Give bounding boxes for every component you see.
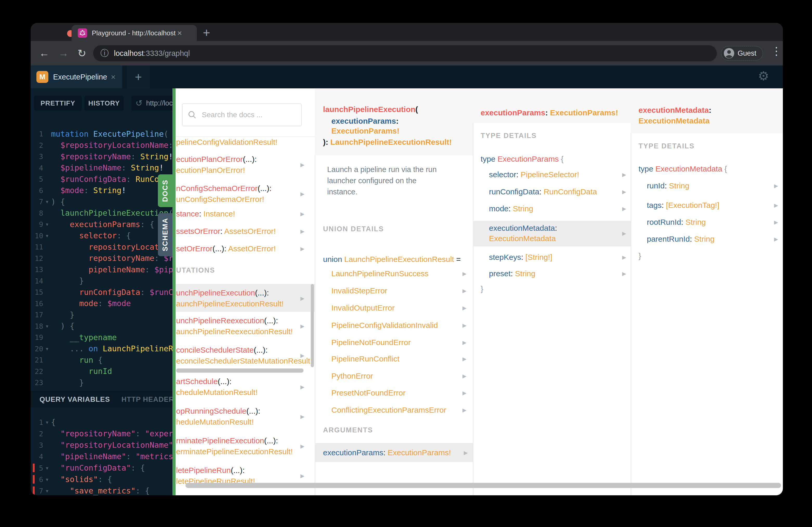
settings-gear-icon[interactable]: ⚙ [758,69,769,83]
docs-field-header[interactable]: ExecutionParams! [331,126,400,136]
url-bar[interactable]: ⓘ localhost:3333/graphql [93,45,717,61]
docs-item[interactable]: ecutionPlanOrError! [176,165,245,176]
docs-item[interactable]: letePipelineRun(...): [176,465,245,476]
query-code-line[interactable]: 22 runId [31,366,172,377]
docs-item-field[interactable]: rootRunId: String [647,217,706,227]
fold-caret-icon[interactable]: ▾ [43,323,51,329]
reload-icon[interactable]: ↻ [77,47,86,59]
docs-item-partial[interactable]: pelineConfigValidationResult! [176,137,277,147]
docs-item[interactable]: ecutionPlanOrError(...): [176,154,257,165]
docs-item[interactable]: opRunningSchedule(...): [176,406,260,416]
docs-column-hscrollbar[interactable] [176,368,304,373]
query-code-line[interactable]: 8 launchPipelineExecution( [31,208,172,219]
docs-item[interactable]: concileSchedulerState(...): [176,345,267,355]
expand-chevron-icon[interactable]: ▶ [622,171,626,178]
docs-bottom-hscrollbar[interactable] [186,483,781,488]
fold-caret-icon[interactable]: ▾ [43,488,51,494]
fold-caret-icon[interactable]: ▾ [43,233,51,239]
docs-item[interactable]: unchPipelineReexecution(...): [176,315,278,326]
variables-code-line[interactable]: 5▾ "runConfigData": { [31,462,172,474]
expand-chevron-icon[interactable]: ▶ [300,210,304,217]
tab-http-headers[interactable]: HTTP HEADERS [121,395,172,404]
variables-code-line[interactable]: 3 "repositoryLocationName": [31,439,172,451]
query-code-line[interactable]: 10▾ selector: { [31,230,172,242]
docs-field-header[interactable]: ExecutionMetadata [639,116,710,126]
query-code-line[interactable]: 2 $repositoryLocationName: String! [31,140,172,151]
query-code-line[interactable]: 21 run { [31,355,172,366]
query-code-line[interactable]: 23 } [31,377,172,389]
docs-item[interactable]: heduleMutationResult! [176,417,254,427]
docs-field-header[interactable]: launchPipelineExecution( [323,104,418,115]
query-editor-pane[interactable]: PRETTIFY HISTORY ↺ http://loc 1mutation … [31,88,172,495]
docs-side-tab[interactable]: DOCS [158,175,172,207]
type-declaration[interactable]: type ExecutionParams { [481,154,564,164]
expand-chevron-icon[interactable]: ▶ [622,230,626,237]
fold-caret-icon[interactable]: ▾ [43,477,51,483]
expand-chevron-icon[interactable]: ▶ [462,406,466,414]
docs-item[interactable]: setOrError(...): AssetOrError! [176,243,276,254]
query-code-line[interactable]: 14 } [31,275,172,287]
docs-search-input[interactable] [201,110,296,119]
query-code-line[interactable]: 18▾ ) { [31,321,172,332]
docs-item-field[interactable]: mode: String [489,204,533,214]
query-code-line[interactable]: 20▾ ... on LaunchPipelineRunSuccess [31,343,172,355]
fold-caret-icon[interactable]: ▾ [43,419,51,425]
docs-item[interactable]: rminatePipelineExecution(...): [176,436,278,446]
browser-tab[interactable]: Playground - http://localhost:3 × [72,25,197,41]
profile-chip[interactable]: Guest [721,46,763,61]
prettify-button[interactable]: PRETTIFY [34,96,82,111]
expand-chevron-icon[interactable]: ▶ [462,304,466,312]
docs-search-box[interactable] [182,103,302,126]
variables-code-line[interactable]: 1▾{ [31,417,172,428]
docs-item-union-member[interactable]: PresetNotFoundError [331,388,405,398]
docs-item[interactable]: stance: Instance! [176,209,235,219]
query-code-line[interactable]: 11 repositoryLocationName: $repositoryLo… [31,241,172,253]
fold-caret-icon[interactable]: ▾ [43,222,51,227]
docs-field-header[interactable]: executionParams: ExecutionParams! [481,108,618,118]
variables-code-line[interactable]: 4 "pipelineName": "metrics [31,451,172,462]
query-code-line[interactable]: 13 pipelineName: $pipelineName [31,264,172,275]
expand-chevron-icon[interactable]: ▶ [622,270,626,277]
docs-item-field[interactable]: ExecutionMetadata [489,234,556,244]
query-code-line[interactable]: 17 } [31,309,172,321]
docs-item-union-member[interactable]: PipelineNotFoundError [331,337,411,348]
expand-chevron-icon[interactable]: ▶ [622,254,626,261]
docs-item-field[interactable]: runConfigData: RunConfigData [489,186,597,197]
schema-side-tab[interactable]: SCHEMA [158,213,172,256]
docs-item-union-member[interactable]: InvalidOutputError [331,303,394,313]
docs-panel-edge[interactable] [172,88,176,495]
expand-chevron-icon[interactable]: ▶ [774,219,778,226]
expand-chevron-icon[interactable]: ▶ [300,352,304,359]
expand-chevron-icon[interactable]: ▶ [464,449,468,456]
endpoint-input[interactable]: ↺ http://loc [131,96,172,111]
docs-field-header[interactable]: executionMetadata: [639,105,711,115]
expand-chevron-icon[interactable]: ▶ [622,188,626,195]
docs-item-field[interactable]: executionMetadata: [489,223,557,234]
variables-code-line[interactable]: 7▾ "save_metrics": { [31,485,172,495]
fold-caret-icon[interactable]: ▾ [43,465,51,471]
expand-chevron-icon[interactable]: ▶ [462,287,466,295]
docs-item[interactable]: erminatePipelineExecutionResult! [176,447,293,457]
forward-icon[interactable]: → [58,47,69,59]
expand-chevron-icon[interactable]: ▶ [774,202,778,209]
docs-item-union-member[interactable]: PythonError [331,371,373,381]
session-close-icon[interactable]: × [111,72,116,82]
expand-chevron-icon[interactable]: ▶ [462,322,466,329]
docs-field-header[interactable]: ): LaunchPipelineExecutionResult! [323,137,452,147]
expand-chevron-icon[interactable]: ▶ [300,245,304,252]
docs-item-argument[interactable]: executionParams: ExecutionParams! [323,448,451,458]
expand-chevron-icon[interactable]: ▶ [774,236,778,243]
back-icon[interactable]: ← [39,47,49,59]
expand-chevron-icon[interactable]: ▶ [300,161,304,168]
expand-chevron-icon[interactable]: ▶ [300,442,304,450]
docs-item-field[interactable]: runId: String [647,181,689,191]
query-code-line[interactable]: 4 $pipelineName: String! [31,162,172,174]
expand-chevron-icon[interactable]: ▶ [300,322,304,330]
session-tab-executepipeline[interactable]: M ExecutePipeline × [31,65,122,88]
docs-item-field[interactable]: selector: PipelineSelector! [489,169,579,180]
expand-chevron-icon[interactable]: ▶ [300,190,304,197]
docs-item-union-member[interactable]: PipelineRunConflict [331,354,400,364]
docs-item[interactable]: aunchPipelineExecutionResult! [176,299,284,309]
query-code-editor[interactable]: 1mutation ExecutePipeline(2 $repositoryL… [31,129,172,389]
variables-code-editor[interactable]: 1▾{2 "repositoryName": "exper3 "reposito… [31,417,172,495]
